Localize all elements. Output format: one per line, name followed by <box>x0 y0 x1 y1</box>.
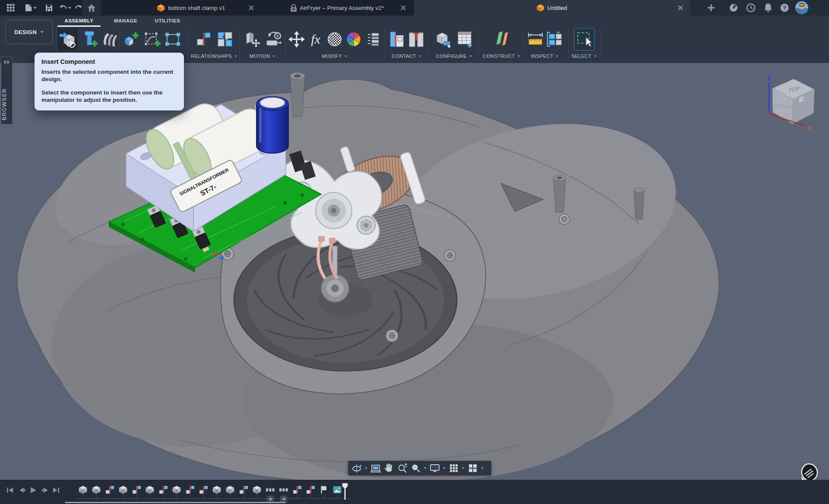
timeline-marker-joint[interactable] <box>104 485 115 495</box>
group-label-relationships[interactable]: RELATIONSHIPS <box>191 52 237 60</box>
grid-dropdown[interactable] <box>462 467 465 469</box>
timeline-marker-render[interactable] <box>332 485 342 495</box>
viewcube[interactable]: TOP FRONT RIGHT Z X <box>767 75 814 132</box>
selection-set-button[interactable] <box>164 28 181 50</box>
viewports-settings[interactable] <box>468 463 478 473</box>
section-analysis-button[interactable] <box>546 28 563 50</box>
tab-assembly[interactable]: ASSEMBLY <box>57 16 101 26</box>
group-label-inspect[interactable]: INSPECT <box>531 52 559 60</box>
pan-tool[interactable] <box>384 463 394 473</box>
joint-button[interactable] <box>193 28 213 50</box>
timeline-marker-component[interactable] <box>145 485 155 495</box>
close-icon[interactable] <box>677 4 684 11</box>
display-settings[interactable] <box>430 463 440 473</box>
new-component-button[interactable] <box>121 28 141 50</box>
drive-joints-button[interactable] <box>263 28 283 50</box>
timeline-marker-group[interactable] <box>278 485 289 495</box>
timeline-scrollbar[interactable] <box>65 502 286 503</box>
app-grid-icon[interactable] <box>5 2 16 13</box>
as-built-joint-button[interactable] <box>215 28 235 50</box>
capacitor[interactable] <box>256 97 288 153</box>
insert-component-button[interactable] <box>58 28 78 50</box>
move-button[interactable] <box>288 28 305 50</box>
grid-snap-settings[interactable] <box>449 463 459 473</box>
timeline-step-back-button[interactable] <box>17 485 27 495</box>
timeline-marker-joint[interactable] <box>185 485 195 495</box>
group-label-configure[interactable]: CONFIGURE <box>436 52 473 60</box>
workspace-switcher[interactable]: DESIGN <box>5 20 53 44</box>
help-icon[interactable]: ? <box>779 2 790 13</box>
timeline-go-to-start-button[interactable] <box>5 485 15 495</box>
create-sketch-button[interactable] <box>142 28 162 50</box>
document-tab-3-active[interactable]: Untitled <box>414 0 690 16</box>
timeline-marker-component[interactable] <box>91 485 101 495</box>
file-menu-button[interactable] <box>23 2 38 13</box>
timeline-marker-group[interactable] <box>265 485 275 495</box>
timeline-marker-component[interactable] <box>171 485 182 495</box>
close-icon[interactable] <box>248 4 255 11</box>
measure-button[interactable] <box>527 28 544 50</box>
orbit-dropdown[interactable] <box>365 467 367 469</box>
close-icon[interactable] <box>400 4 407 11</box>
derive-button[interactable] <box>101 28 118 50</box>
new-tab-button[interactable] <box>706 2 717 13</box>
timeline-marker-component[interactable] <box>225 485 235 495</box>
timeline-marker-joint[interactable] <box>198 485 209 495</box>
job-status-icon[interactable] <box>728 2 739 13</box>
zoom-dropdown[interactable] <box>424 467 427 469</box>
timeline-play-button[interactable] <box>28 485 38 495</box>
browser-panel-collapsed[interactable]: BROWSER <box>1 56 13 124</box>
display-dropdown[interactable] <box>443 467 446 469</box>
parameters-fx-button[interactable]: fx <box>307 28 324 50</box>
user-avatar[interactable] <box>795 1 808 14</box>
save-button[interactable] <box>43 2 54 13</box>
timeline-marker-joint[interactable] <box>238 485 249 495</box>
select-tool-button[interactable] <box>574 28 594 50</box>
contact-sets-button[interactable] <box>389 28 406 50</box>
feedback-badge[interactable] <box>799 463 818 482</box>
insert-fastener-button[interactable] <box>79 28 99 50</box>
undo-button[interactable] <box>59 2 72 13</box>
group-label-construct[interactable]: CONSTRUCT <box>483 52 521 60</box>
material-color-wheel-button[interactable] <box>345 28 362 50</box>
viewports-dropdown[interactable] <box>481 467 484 469</box>
group-label-motion[interactable]: MOTION <box>250 52 276 60</box>
viewport-canvas[interactable]: SIGNALTRANSFORMER ST-7- TOP FRONT RIGHT <box>0 63 829 480</box>
timeline-playhead[interactable] <box>342 483 348 500</box>
document-tab-1[interactable]: bottom shaft clamp v1 <box>122 0 261 16</box>
fan-recess[interactable] <box>234 229 457 371</box>
tab-utilities[interactable]: UTILITIES <box>150 16 185 26</box>
timeline-step-forward-button[interactable] <box>40 485 50 495</box>
timeline-group-expand-button[interactable] <box>280 496 287 502</box>
contact-all-button[interactable] <box>408 28 425 50</box>
timeline-marker-component[interactable] <box>252 485 262 495</box>
tab-manage[interactable]: MANAGE <box>108 16 143 26</box>
timeline-marker-joint[interactable] <box>158 485 168 495</box>
timeline-marker-component[interactable] <box>118 485 128 495</box>
timeline-marker-component[interactable] <box>212 485 222 495</box>
properties-list-button[interactable] <box>364 28 381 50</box>
document-tab-2[interactable]: AirFryer – Primary Assembly v2* <box>262 0 413 16</box>
timeline-go-to-end-button[interactable] <box>51 485 61 495</box>
version-history-icon[interactable] <box>745 2 756 13</box>
notifications-bell-icon[interactable] <box>763 2 774 13</box>
zoom-window-tool[interactable] <box>411 463 421 473</box>
timeline-marker-joint[interactable] <box>305 485 316 495</box>
timeline-marker-flag[interactable] <box>319 485 329 495</box>
viewport[interactable]: SIGNALTRANSFORMER ST-7- TOP FRONT RIGHT <box>0 63 829 480</box>
group-label-modify[interactable]: MODIFY <box>322 52 348 60</box>
timeline-marker-joint[interactable] <box>131 485 142 495</box>
timeline-marker-joint[interactable] <box>292 485 302 495</box>
zoom-tool[interactable] <box>397 463 408 473</box>
configure-design-button[interactable] <box>433 28 453 50</box>
timeline-group-expand-button[interactable] <box>267 496 274 502</box>
group-label-select[interactable]: SELECT <box>571 52 597 60</box>
orbit-tool[interactable] <box>351 463 362 473</box>
configuration-table-button[interactable] <box>455 28 475 50</box>
look-at-tool[interactable] <box>370 463 381 473</box>
construct-plane-button[interactable] <box>492 28 512 50</box>
home-button[interactable] <box>82 0 101 16</box>
timeline-marker-component[interactable] <box>78 485 88 495</box>
rigid-group-button[interactable] <box>242 28 262 50</box>
group-label-contact[interactable]: CONTACT <box>392 52 422 60</box>
